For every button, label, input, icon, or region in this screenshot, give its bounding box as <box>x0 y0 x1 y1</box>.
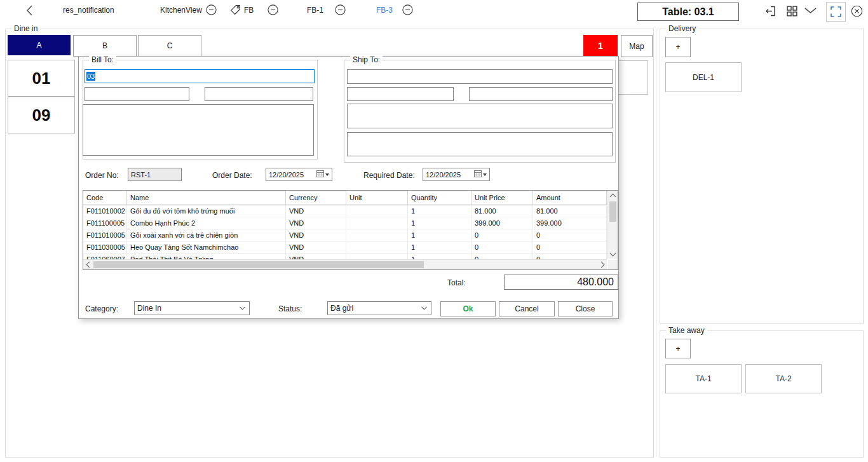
grid-column-currency[interactable]: Currency <box>286 191 346 205</box>
grid-cell: 81.000 <box>533 205 607 217</box>
close-window-icon[interactable] <box>851 5 863 19</box>
required-date-picker[interactable]: 12/20/2025 <box>423 168 490 181</box>
table-slot-empty[interactable] <box>618 60 648 95</box>
grid-horizontal-scrollbar[interactable] <box>83 259 607 269</box>
order-date-picker[interactable]: 12/20/2025 <box>266 168 332 181</box>
take-away-title: Take away <box>666 326 707 335</box>
grid-column-unit[interactable]: Unit <box>346 191 408 205</box>
calendar-icon <box>316 170 324 179</box>
ship-to-address-textarea-2[interactable] <box>347 132 613 156</box>
add-delivery-button[interactable]: + <box>665 37 691 57</box>
minus-circle-icon[interactable] <box>268 4 278 17</box>
bill-to-label: Bill To: <box>89 55 116 64</box>
fullscreen-icon[interactable] <box>826 2 846 22</box>
grid-cell: 399.000 <box>471 217 533 229</box>
scroll-left-icon[interactable] <box>83 260 93 269</box>
grid-column-name[interactable]: Name <box>127 191 286 205</box>
grid-cell: VND <box>286 217 346 229</box>
table-button-01[interactable]: 01 <box>8 60 75 97</box>
grid-cell: Heo Quay Tảng Sốt Namchimchao <box>127 241 286 253</box>
take-away-order-ta-1[interactable]: TA-1 <box>665 364 742 393</box>
vertical-scroll-thumb[interactable] <box>609 201 616 222</box>
bill-to-address-textarea[interactable] <box>83 104 314 156</box>
grid-cell: 1 <box>408 205 471 217</box>
table-row[interactable]: F011030005Heo Quay Tảng Sốt NamchimchaoV… <box>83 241 618 254</box>
grid-cell: Gỏi đu đủ với tôm khô trứng muối <box>127 205 286 217</box>
map-button[interactable]: Map <box>621 35 653 57</box>
grid-cell: VND <box>286 205 346 217</box>
scroll-down-icon[interactable] <box>608 249 618 259</box>
bill-to-customer-value: 03 <box>86 72 95 81</box>
grid-column-unit-price[interactable]: Unit Price <box>471 191 533 205</box>
nav-item-fb[interactable]: FB <box>244 6 254 15</box>
grid-cell: 1 <box>408 229 471 241</box>
grid-cell: F011010005 <box>83 229 127 241</box>
scroll-right-icon[interactable] <box>597 260 607 269</box>
grid-cell: VND <box>286 229 346 241</box>
nav-item-fb-3[interactable]: FB-3 <box>376 6 393 15</box>
minus-circle-icon[interactable] <box>402 4 413 17</box>
bill-to-field-2[interactable] <box>85 87 189 101</box>
ship-to-field-2[interactable] <box>347 87 454 101</box>
minus-circle-icon[interactable] <box>206 4 217 17</box>
back-icon[interactable] <box>25 4 34 18</box>
scrollbar-corner <box>608 260 618 269</box>
topbar: res_notification KitchenView FB FB-1 FB-… <box>0 0 868 25</box>
grid-cell: 0 <box>533 229 607 241</box>
required-date-label: Required Date: <box>363 171 415 180</box>
grid-cell: Combo Hạnh Phúc 2 <box>127 217 286 229</box>
delivery-title: Delivery <box>666 24 698 33</box>
grid-cell: 0 <box>471 241 533 253</box>
table-row[interactable]: F011010005Gỏi xoài xanh với cá trê chiên… <box>83 229 618 241</box>
delivery-panel: Delivery + DEL-1 <box>660 29 864 324</box>
ok-button[interactable]: Ok <box>440 301 496 316</box>
category-label: Category: <box>85 304 118 313</box>
grid-column-quantity[interactable]: Quantity <box>408 191 471 205</box>
grid-view-icon[interactable] <box>786 5 798 19</box>
grid-cell <box>346 217 408 229</box>
tag-icon <box>229 4 241 18</box>
ship-to-address-textarea-1[interactable] <box>347 104 613 128</box>
grid-column-amount[interactable]: Amount <box>533 191 607 205</box>
status-label: Status: <box>278 304 302 313</box>
table-button-09[interactable]: 09 <box>8 97 75 133</box>
zone-tab-b[interactable]: B <box>73 35 137 57</box>
delivery-order-del-1[interactable]: DEL-1 <box>665 62 742 92</box>
status-select[interactable]: Đã gửi <box>327 301 431 315</box>
grid-body: F011010002Gỏi đu đủ với tôm khô trứng mu… <box>83 205 618 266</box>
table-row[interactable]: F011010002Gỏi đu đủ với tôm khô trứng mu… <box>83 205 618 217</box>
grid-cell: 0 <box>471 229 533 241</box>
zone-tab-a[interactable]: A <box>8 35 71 55</box>
dropdown-arrow-icon <box>483 173 487 176</box>
scroll-up-icon[interactable] <box>608 191 618 200</box>
cancel-button[interactable]: Cancel <box>499 301 555 316</box>
grid-column-code[interactable]: Code <box>83 191 127 205</box>
chevron-down-icon[interactable] <box>804 7 817 16</box>
horizontal-scroll-thumb[interactable] <box>93 261 424 268</box>
order-date-value: 12/20/2025 <box>266 171 316 179</box>
take-away-order-ta-2[interactable]: TA-2 <box>745 364 822 393</box>
bill-to-customer-input[interactable]: 03 <box>85 69 315 83</box>
grid-cell: 1 <box>408 217 471 229</box>
bill-to-field-3[interactable] <box>205 87 313 101</box>
table-row[interactable]: F011100005Combo Hạnh Phúc 2VND1399.00039… <box>83 217 618 229</box>
grid-cell: VND <box>286 241 346 253</box>
zone-tab-c[interactable]: C <box>138 35 201 57</box>
ship-to-field-3[interactable] <box>469 87 613 101</box>
ship-to-field-1[interactable] <box>347 69 613 84</box>
add-take-away-button[interactable]: + <box>665 339 691 358</box>
minus-circle-icon[interactable] <box>335 4 346 17</box>
grid-cell: F011010002 <box>83 205 127 217</box>
nav-item-kitchenview[interactable]: KitchenView <box>160 6 202 15</box>
exit-icon[interactable] <box>764 5 776 19</box>
category-value: Dine In <box>135 304 240 313</box>
table-alert-badge[interactable]: 1 <box>583 35 618 56</box>
dine-in-title: Dine in <box>11 24 40 33</box>
order-items-grid: CodeNameCurrencyUnitQuantityUnit PriceAm… <box>83 190 618 270</box>
category-select[interactable]: Dine In <box>134 301 250 315</box>
required-date-value: 12/20/2025 <box>423 171 474 179</box>
panel-divider <box>656 29 656 456</box>
nav-item-fb-1[interactable]: FB-1 <box>307 6 323 15</box>
grid-vertical-scrollbar[interactable] <box>607 191 618 259</box>
close-button[interactable]: Close <box>558 301 613 316</box>
